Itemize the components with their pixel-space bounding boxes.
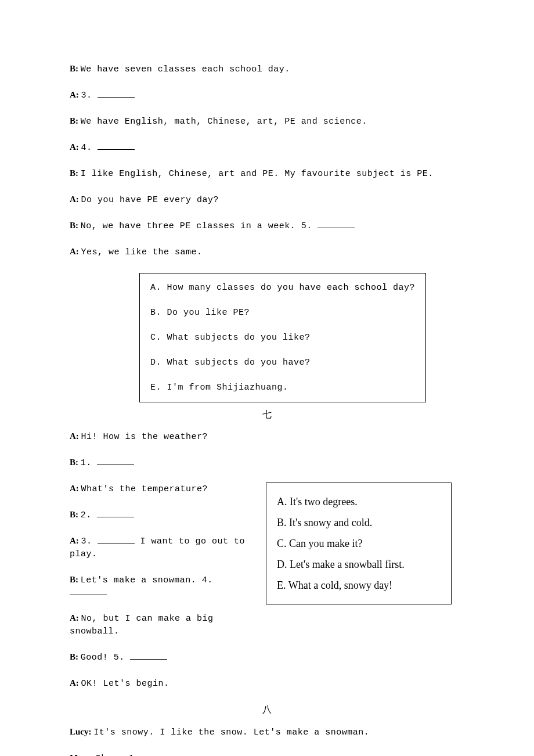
dialogue-text: OK! Let's begin. [81,679,169,689]
blank-prefix: 1. [81,458,98,468]
dialogue-text: We have seven classes each school day. [81,64,290,74]
option-a: A. How many classes do you have each sch… [150,282,415,294]
dialogue-line: B: 1. [70,456,464,469]
fill-blank[interactable] [70,586,107,595]
speaker-label: A: [70,431,79,441]
dialogue-line: A: Yes, we like the same. [70,246,464,258]
dialogue-text: We have English, math, Chinese, art, PE … [81,117,367,127]
speaker-label: B: [70,652,78,661]
dialogue-line: A: 4. [70,141,464,154]
dialogue-text: No, but I can make a big snowball. [70,614,214,636]
section-title-8: 八 [70,703,464,716]
dialogue-col: A: What's the temperature? B: 2. A: 3. I… [70,483,250,651]
dialogue-text: I like English, Chinese, art and PE. My … [81,169,434,179]
dialogue-text: Do you have PE every day? [81,195,219,205]
dialogue-line: A: No, but I can make a big snowball. [70,612,250,638]
speaker-label: A: [70,678,79,687]
dialogue-line: B: We have English, math, Chinese, art, … [70,115,464,128]
option-e: E. What a cold, snowy day! [277,575,441,596]
dialogue-line: B: No, we have three PE classes in a wee… [70,219,464,232]
fill-blank[interactable] [98,535,135,543]
speaker-label: A: [70,142,79,152]
blank-prefix: 3. [81,91,98,100]
speaker-label: Lucy: [70,727,92,736]
fill-blank[interactable] [145,752,182,756]
blank-prefix: 4. [81,143,98,153]
speaker-label: B: [70,116,78,125]
dialogue-text: Okay. 1. [96,754,146,756]
option-d: D. What subjects do you have? [150,357,415,369]
option-b: B. Do you like PE? [150,307,415,319]
speaker-label: A: [70,613,79,622]
section-title-7: 七 [70,408,464,421]
answer-options-box: A. It's two degrees. B. It's snowy and c… [266,483,452,604]
dialogue-text: Good! 5. [81,653,131,663]
fill-blank[interactable] [130,651,167,660]
dialogue-line: A: Do you have PE every day? [70,193,464,206]
speaker-label: B: [70,221,78,230]
dialogue-text: No, we have three PE classes in a week. … [81,221,318,231]
dialogue-line: A: OK! Let's begin. [70,677,464,690]
speaker-label: B: [70,458,78,467]
blank-prefix: 2. [81,510,98,520]
fill-blank[interactable] [317,219,355,228]
dialogue-line: B: Good! 5. [70,651,464,664]
worksheet-page: B: We have seven classes each school day… [0,0,534,756]
speaker-label: B: [70,168,78,178]
speaker-label: A: [70,484,79,493]
dialogue-line: A: 3. I want to go out to play. [70,535,250,560]
dialogue-text: Hi! How is the weather? [81,432,208,442]
fill-blank[interactable] [97,456,134,465]
speaker-label: A: [70,90,79,99]
option-e: E. I'm from Shijiazhuang. [150,381,415,394]
speaker-label: A: [70,195,79,204]
speaker-label: Mary: [70,753,93,756]
option-a: A. It's two degrees. [277,491,441,512]
fill-blank[interactable] [98,141,135,150]
dialogue-line: A: Hi! How is the weather? [70,430,464,443]
dialogue-line: B: We have seven classes each school day… [70,63,464,75]
speaker-label: A: [70,536,79,545]
speaker-label: B: [70,64,78,73]
dialogue-line: B: I like English, Chinese, art and PE. … [70,167,464,180]
dialogue-text: It's snowy. I like the snow. Let's make … [93,728,369,737]
fill-blank[interactable] [97,509,134,517]
option-b: B. It's snowy and cold. [277,512,441,533]
option-c: C. Can you make it? [277,533,441,554]
speaker-label: A: [70,247,79,256]
dialogue-line: B: 2. [70,509,250,521]
dialogue-line: B: Let's make a snowman. 4. [70,574,250,599]
options-col: A. It's two degrees. B. It's snowy and c… [266,483,452,604]
option-c: C. What subjects do you like? [150,332,415,344]
dialogue-text: Yes, we like the same. [81,247,203,257]
option-d: D. Let's make a snowball first. [277,554,441,575]
dialogue-line: Mary: Okay. 1. [70,752,464,756]
dialogue-text: What's the temperature? [81,484,208,494]
dialogue-line: A: What's the temperature? [70,483,250,495]
dialogue-line: A: 3. [70,89,464,102]
blank-prefix: 3. [81,537,98,546]
speaker-label: B: [70,510,78,519]
answer-options-box: A. How many classes do you have each sch… [139,273,426,402]
dialogue-line: Lucy: It's snowy. I like the snow. Let's… [70,726,464,739]
fill-blank[interactable] [98,89,135,98]
dialogue-text: Let's make a snowman. 4. [81,575,213,585]
speaker-label: B: [70,575,78,584]
two-column-row: A: What's the temperature? B: 2. A: 3. I… [70,483,464,651]
